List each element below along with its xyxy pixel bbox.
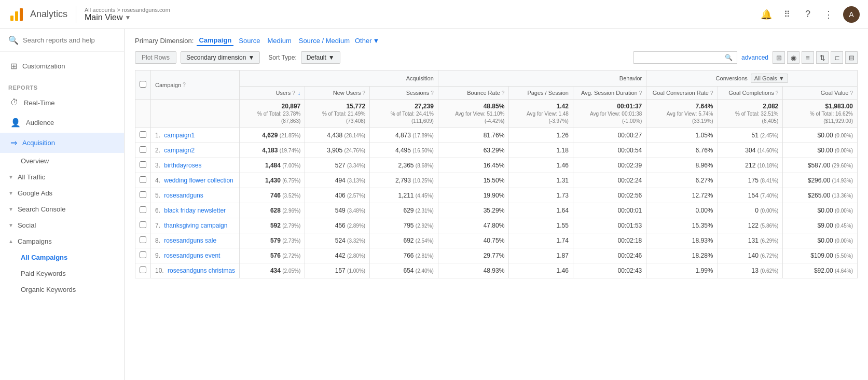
- goal-completions-cell-8: 140 (6.72%): [718, 248, 783, 263]
- dim-tab-source-medium[interactable]: Source / Medium: [297, 36, 352, 46]
- sidebar-sub-all-campaigns[interactable]: All Campaigns: [0, 249, 124, 265]
- dim-tab-medium[interactable]: Medium: [265, 36, 293, 46]
- sidebar-parent-google-ads[interactable]: ▼ Google Ads: [0, 185, 124, 201]
- row-checkbox-6[interactable]: [140, 221, 146, 228]
- sidebar-item-audience[interactable]: 👤 Audience: [0, 112, 124, 133]
- new-users-cell-1: 3,905 (24.76%): [305, 143, 370, 158]
- table-search-input[interactable]: [638, 54, 725, 61]
- new-users-cell-5: 549 (3.48%): [305, 203, 370, 218]
- grid-view-icon[interactable]: ⊞: [773, 51, 785, 64]
- row-checkbox-cell-7: [135, 233, 151, 248]
- goal-value-col-header: Goal Value ?: [783, 87, 858, 100]
- search-input[interactable]: [23, 36, 116, 44]
- campaign-cell-1: 2. campaign2: [151, 143, 240, 158]
- goal-completions-help-icon[interactable]: ?: [776, 90, 779, 96]
- sidebar-sub-paid-keywords[interactable]: Paid Keywords: [0, 265, 124, 282]
- audience-icon: 👤: [10, 118, 21, 128]
- lifetime-view-icon[interactable]: ⊟: [845, 51, 858, 64]
- row-checkbox-0[interactable]: [140, 131, 146, 138]
- campaign-link-1[interactable]: campaign2: [164, 147, 195, 154]
- toolbar-right: 🔍 advanced ⊞ ◉ ≡ ⇅ ⊏ ⊟: [633, 51, 858, 64]
- bounce-rate-help-icon[interactable]: ?: [502, 90, 505, 96]
- pie-chart-icon[interactable]: ◉: [787, 51, 800, 64]
- secondary-dimension-button[interactable]: Secondary dimension ▼: [181, 51, 260, 64]
- sidebar-all-traffic-label: All Traffic: [18, 173, 45, 181]
- total-users: 20,897 % of Total: 23.78% (87,863): [240, 100, 305, 128]
- campaign-help-icon[interactable]: ?: [183, 82, 186, 88]
- row-checkbox-cell-2: [135, 158, 151, 173]
- new-users-col-header: New Users ?: [305, 87, 370, 100]
- campaign-link-0[interactable]: campaign1: [164, 132, 195, 139]
- goal-conv-rate-col-header: Goal Conversion Rate ?: [646, 87, 718, 100]
- main-layout: 🔍 ⊞ Customization REPORTS ⏱ Real-Time 👤 …: [0, 29, 868, 380]
- new-users-help-icon[interactable]: ?: [363, 90, 366, 96]
- campaign-cell-0: 1. campaign1: [151, 128, 240, 143]
- select-all-checkbox[interactable]: [140, 81, 146, 88]
- topbar-right: 🔔 ⠿ ? ⋮ A: [760, 6, 860, 23]
- sidebar-item-realtime[interactable]: ⏱ Real-Time: [0, 93, 124, 112]
- table-search-icon[interactable]: 🔍: [725, 54, 733, 61]
- view-dropdown-caret: ▼: [125, 14, 131, 21]
- campaign-link-2[interactable]: birthdayroses: [164, 162, 201, 169]
- row-checkbox-3[interactable]: [140, 176, 146, 183]
- goal-completions-cell-7: 131 (6.29%): [718, 233, 783, 248]
- dim-tab-other[interactable]: Other ▼: [355, 37, 379, 45]
- campaign-link-7[interactable]: rosesandguns sale: [164, 237, 216, 244]
- sidebar-parent-all-traffic[interactable]: ▼ All Traffic: [0, 169, 124, 185]
- sidebar-parent-search-console[interactable]: ▼ Search Console: [0, 201, 124, 217]
- comparison-view-icon[interactable]: ⇅: [816, 51, 829, 64]
- row-checkbox-8[interactable]: [140, 251, 146, 258]
- help-icon[interactable]: ?: [802, 8, 814, 21]
- goal-conv-rate-cell-9: 1.99%: [646, 263, 718, 278]
- row-checkbox-5[interactable]: [140, 206, 146, 213]
- sidebar-sub-organic-keywords[interactable]: Organic Keywords: [0, 282, 124, 298]
- list-view-icon[interactable]: ≡: [802, 51, 814, 64]
- sessions-cell-3: 2,793 (10.25%): [370, 173, 438, 188]
- dim-tab-campaign[interactable]: Campaign: [197, 35, 233, 46]
- apps-icon[interactable]: ⠿: [781, 8, 793, 21]
- sidebar-parent-campaigns[interactable]: ▲ Campaigns: [0, 233, 124, 249]
- bounce-rate-cell-0: 81.76%: [438, 128, 509, 143]
- users-col-header: Users ? ↓: [240, 87, 305, 100]
- bounce-rate-cell-4: 19.90%: [438, 188, 509, 203]
- row-checkbox-1[interactable]: [140, 146, 146, 153]
- campaign-link-4[interactable]: rosesandguns: [164, 192, 203, 199]
- users-help-icon[interactable]: ?: [292, 90, 295, 96]
- pivot-view-icon[interactable]: ⊏: [831, 51, 843, 64]
- dim-tab-source[interactable]: Source: [237, 36, 262, 46]
- sessions-help-icon[interactable]: ?: [431, 90, 434, 96]
- users-cell-6: 592 (2.79%): [240, 218, 305, 233]
- table-row: 7. thanksgiving campaign 592 (2.79%) 456…: [135, 218, 858, 233]
- notifications-icon[interactable]: 🔔: [760, 8, 773, 21]
- campaign-link-6[interactable]: thanksgiving campaign: [164, 222, 227, 229]
- sidebar-item-acquisition[interactable]: ⇒ Acquisition: [0, 133, 124, 153]
- row-checkbox-2[interactable]: [140, 161, 146, 168]
- view-selector[interactable]: Main View ▼: [85, 13, 170, 22]
- svg-rect-2: [20, 8, 23, 21]
- new-users-cell-7: 524 (3.32%): [305, 233, 370, 248]
- campaign-link-5[interactable]: black friday newsletter: [164, 207, 226, 214]
- row-checkbox-4[interactable]: [140, 191, 146, 198]
- avg-session-cell-1: 00:00:54: [573, 143, 646, 158]
- row-checkbox-9[interactable]: [140, 266, 146, 273]
- row-checkbox-7[interactable]: [140, 236, 146, 243]
- campaign-link-9[interactable]: rosesandguns christmas: [168, 267, 235, 274]
- all-goals-selector[interactable]: All Goals ▼: [751, 74, 788, 83]
- more-options-icon[interactable]: ⋮: [822, 8, 835, 21]
- pages-session-cell-9: 1.46: [509, 263, 573, 278]
- row-num-6: 7.: [155, 222, 160, 229]
- avg-session-help-icon[interactable]: ?: [639, 90, 642, 96]
- google-ads-caret: ▼: [8, 190, 13, 196]
- sort-default-button[interactable]: Default ▼: [301, 51, 340, 64]
- user-avatar[interactable]: A: [843, 6, 860, 23]
- sidebar-parent-social[interactable]: ▼ Social: [0, 217, 124, 233]
- goal-conv-rate-help-icon[interactable]: ?: [710, 90, 713, 96]
- advanced-link[interactable]: advanced: [741, 54, 768, 61]
- users-cell-2: 1,484 (7.00%): [240, 158, 305, 173]
- campaign-link-3[interactable]: wedding flower collection: [164, 177, 233, 184]
- sidebar-sub-overview[interactable]: Overview: [0, 153, 124, 169]
- goal-value-help-icon[interactable]: ?: [850, 90, 853, 96]
- plot-rows-button[interactable]: Plot Rows: [135, 51, 176, 64]
- sidebar-item-customization[interactable]: ⊞ Customization: [0, 56, 124, 76]
- campaign-link-8[interactable]: rosesandguns event: [164, 252, 220, 259]
